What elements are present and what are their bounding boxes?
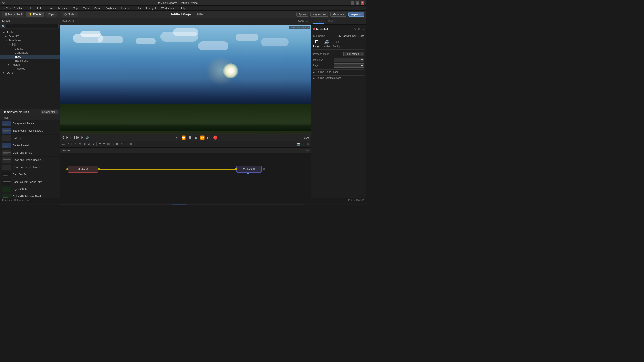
- minimize-button[interactable]: —: [351, 1, 354, 5]
- inspector-audio-tab[interactable]: 🔊 Audio: [323, 40, 330, 48]
- spline-button[interactable]: Spline: [296, 12, 309, 17]
- tree-item-luts[interactable]: ▶ LUTs: [0, 71, 60, 75]
- skip-end-button[interactable]: ⏭: [207, 135, 211, 140]
- track-tool[interactable]: ◌: [125, 142, 129, 146]
- process-mode-select[interactable]: Full Frames: [343, 52, 364, 56]
- view-tool[interactable]: 👁: [306, 142, 310, 146]
- menu-item-timeline[interactable]: Timeline: [57, 7, 69, 10]
- viewer-options-button[interactable]: ···: [305, 20, 309, 23]
- key-tool[interactable]: ⬢: [115, 142, 119, 146]
- connect-tool[interactable]: ⊏: [98, 142, 102, 146]
- pen-tool[interactable]: ✏: [74, 142, 78, 146]
- effect-item-9[interactable]: Digital Glitch: [0, 186, 60, 193]
- menu-item-edit[interactable]: Edit: [36, 7, 43, 10]
- inspector-motion-tab[interactable]: Motion: [326, 19, 338, 23]
- stop-button[interactable]: ⏹: [188, 135, 193, 140]
- tree-item-generators[interactable]: Generators: [0, 51, 60, 55]
- skip-start-button[interactable]: ⏮: [175, 135, 179, 140]
- effect-item-10[interactable]: Digital Glitch Lower Third: [0, 193, 60, 198]
- warp-tool[interactable]: ⊐: [102, 142, 106, 146]
- nodes-tab[interactable]: ◎ Nodes: [62, 12, 78, 17]
- effects-search-input[interactable]: [6, 24, 59, 28]
- crop-tool[interactable]: ⊞: [83, 142, 86, 146]
- tree-item-fusion[interactable]: ▶ Fusion: [0, 63, 60, 67]
- show-folder-button[interactable]: Show Folder: [41, 110, 58, 114]
- menu-item-clip[interactable]: Clip: [72, 7, 79, 10]
- nav-media[interactable]: 📷 Media: [132, 204, 146, 205]
- maximize-button[interactable]: □: [356, 1, 359, 5]
- loop-button[interactable]: 🔴: [213, 135, 218, 140]
- clips-tab[interactable]: Clips: [45, 12, 56, 17]
- nav-edit[interactable]: 🖊 Edit: [159, 204, 171, 205]
- effect-item-0[interactable]: Background Reveal: [0, 120, 60, 127]
- inspector-node-copy[interactable]: ⊞: [358, 28, 360, 31]
- menu-item-file[interactable]: File: [27, 7, 33, 10]
- inspector-button[interactable]: Inspector: [348, 12, 364, 17]
- media-pool-tab[interactable]: ▦ Media Pool: [2, 12, 24, 17]
- effect-item-3[interactable]: Center Reveal: [0, 142, 60, 149]
- effect-item-8[interactable]: Dark Box Text Lower Third: [0, 178, 60, 186]
- menu-item-davinci-resolve[interactable]: DaVinci Resolve: [2, 7, 24, 10]
- menu-item-trim[interactable]: Trim: [46, 7, 54, 10]
- node-mediain[interactable]: MediaIn1: [68, 166, 98, 173]
- mask-tool[interactable]: ⬡: [111, 142, 115, 146]
- tree-item-edit[interactable]: ▼ Edit: [0, 42, 60, 47]
- camera-tool[interactable]: 📷: [296, 142, 301, 146]
- keyframes-button[interactable]: Keyframes: [310, 12, 328, 17]
- tree-item-particles[interactable]: Particles: [0, 67, 60, 71]
- metadata-button[interactable]: Metadata: [330, 12, 346, 17]
- merge-tool[interactable]: ◫: [106, 142, 110, 146]
- depth-tool[interactable]: ⊗: [129, 142, 133, 146]
- effect-item-1[interactable]: Background Reveal Lowe...: [0, 127, 60, 135]
- source-color-space-row[interactable]: ▶ Source Color Space: [313, 69, 364, 74]
- nav-color[interactable]: 🎨 Color: [187, 204, 200, 205]
- menu-item-playback[interactable]: Playback: [104, 7, 117, 10]
- play-button[interactable]: ▶: [194, 135, 198, 140]
- nav-cut[interactable]: ✂ Cut: [147, 204, 158, 205]
- inspector-node-delete[interactable]: ✕: [362, 28, 364, 31]
- nav-fairlight[interactable]: 🎵 Fairlight: [201, 204, 217, 205]
- menu-item-help[interactable]: Help: [179, 7, 187, 10]
- media-id-select[interactable]: [334, 58, 364, 62]
- nodes-more-button[interactable]: ···: [306, 148, 309, 152]
- menu-item-fairlight[interactable]: Fairlight: [145, 7, 157, 10]
- menu-item-fusion[interactable]: Fusion: [120, 7, 131, 10]
- step-forward-button[interactable]: ⏩: [200, 135, 205, 140]
- menu-item-color[interactable]: Color: [134, 7, 142, 10]
- nav-fusion[interactable]: ⬡ Fusion: [172, 204, 186, 205]
- tree-item-effects-sub[interactable]: Effects: [0, 47, 60, 51]
- menu-item-mark[interactable]: Mark: [82, 7, 90, 10]
- transform-tool[interactable]: ✥: [78, 142, 82, 146]
- inspector-tools-tab[interactable]: Tools: [313, 19, 324, 24]
- node-mediaout[interactable]: MediaOut1: [236, 166, 262, 173]
- effect-item-6[interactable]: Clean and Simple Lower ...: [0, 164, 60, 171]
- menu-item-view[interactable]: View: [93, 7, 101, 10]
- tree-item-templates[interactable]: ▼ Templates: [0, 38, 60, 42]
- inspector-settings-tab[interactable]: ⚙ Settings: [333, 40, 342, 48]
- effect-item-5[interactable]: Clean and Simple Headin...: [0, 157, 60, 164]
- trim-tool[interactable]: ✂: [66, 142, 70, 146]
- source-gamma-space-row[interactable]: ▶ Source Gamma Space: [313, 75, 364, 80]
- effect-item-2[interactable]: Call Out: [0, 135, 60, 142]
- templates-tab[interactable]: Templates:Edit:Titles: [2, 110, 30, 114]
- 3d-tool[interactable]: ⬡: [301, 142, 305, 146]
- tree-item-transitions[interactable]: Transitions: [0, 59, 60, 63]
- text-tool[interactable]: T: [70, 142, 73, 146]
- close-button[interactable]: ✕: [361, 1, 364, 5]
- select-tool[interactable]: ▭: [61, 142, 65, 146]
- inspector-node-options[interactable]: ✎: [354, 28, 356, 31]
- nav-deliver[interactable]: 📤 Deliver: [217, 204, 232, 205]
- effects-tab[interactable]: ✨ Effects: [26, 12, 44, 17]
- inspector-image-tab[interactable]: 🖼 Image: [313, 40, 320, 48]
- particle-tool[interactable]: ◈: [92, 142, 95, 146]
- effect-item-7[interactable]: Dark Box Text: [0, 171, 60, 178]
- tree-item-tools[interactable]: ▶ Tools: [0, 30, 60, 34]
- tree-item-titles[interactable]: Titles: [0, 55, 60, 59]
- step-back-button[interactable]: ⏪: [181, 135, 186, 140]
- show-desktop-button[interactable]: [363, 205, 364, 205]
- paint-tool[interactable]: 🖌: [87, 142, 91, 146]
- menu-item-workspace[interactable]: Workspace: [160, 7, 176, 10]
- roto-tool[interactable]: ◎: [120, 142, 124, 146]
- effect-item-4[interactable]: Clean and Simple: [0, 149, 60, 157]
- tree-item-openfx[interactable]: ▶ OpenFX: [0, 34, 60, 38]
